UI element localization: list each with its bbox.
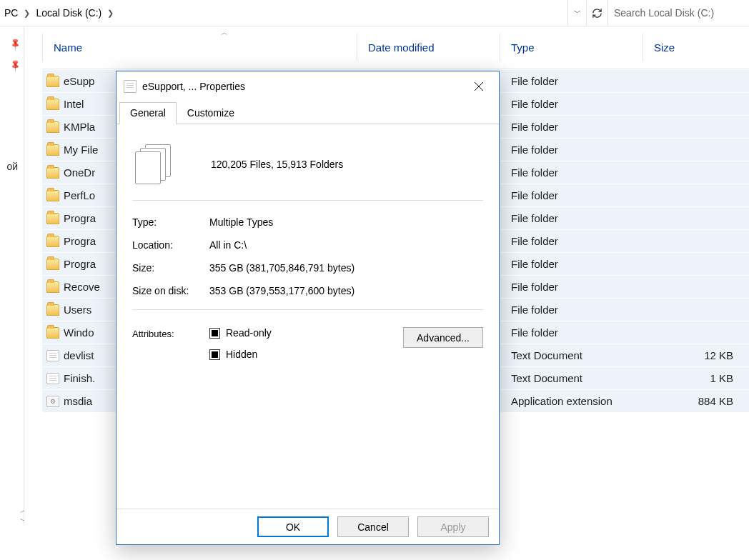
pin-icon: 📌 bbox=[8, 37, 23, 52]
breadcrumb-localdisk[interactable]: Local Disk (C:) bbox=[31, 0, 106, 26]
attributes-label: Attributes: bbox=[132, 327, 209, 339]
column-headers: ︿ Name Date modified Type Size bbox=[42, 26, 749, 69]
folder-icon bbox=[46, 121, 59, 133]
dialog-titlebar[interactable]: eSupport, ... Properties bbox=[116, 71, 499, 101]
chevron-right-icon[interactable]: ❯ bbox=[106, 9, 115, 18]
file-type: Application extension bbox=[500, 395, 643, 407]
file-size: 1 KB bbox=[643, 372, 749, 384]
folder-icon bbox=[46, 99, 59, 110]
type-label: Type: bbox=[132, 216, 209, 228]
breadcrumb[interactable]: PC ❯ Local Disk (C:) ❯ bbox=[0, 0, 567, 26]
file-type: File folder bbox=[500, 98, 643, 110]
sidebar-item-label[interactable]: ой bbox=[6, 161, 18, 172]
file-icon bbox=[46, 350, 59, 361]
refresh-icon bbox=[592, 8, 602, 19]
folder-icon bbox=[46, 327, 59, 339]
summary-count: 120,205 Files, 15,913 Folders bbox=[211, 159, 343, 170]
folder-icon bbox=[46, 259, 59, 270]
file-type: File folder bbox=[500, 121, 643, 133]
file-icon bbox=[46, 373, 59, 384]
file-type: File folder bbox=[500, 189, 643, 201]
folder-icon bbox=[46, 190, 59, 201]
location-label: Location: bbox=[132, 239, 209, 251]
close-icon bbox=[475, 82, 483, 91]
folder-icon bbox=[46, 167, 59, 179]
address-dropdown[interactable]: ﹀ bbox=[567, 0, 586, 26]
size-on-disk-value: 353 GB (379,553,177,600 bytes) bbox=[209, 285, 483, 296]
file-type: File folder bbox=[500, 166, 643, 179]
multi-file-icon bbox=[135, 144, 175, 184]
column-size[interactable]: Size bbox=[643, 26, 749, 69]
folder-icon bbox=[46, 281, 59, 293]
file-type: File folder bbox=[500, 144, 643, 156]
breadcrumb-pc[interactable]: PC bbox=[0, 0, 22, 26]
file-type: File folder bbox=[500, 281, 643, 293]
folder-icon bbox=[46, 76, 59, 87]
folder-icon bbox=[46, 213, 59, 224]
dialog-title: eSupport, ... Properties bbox=[142, 81, 245, 92]
chevron-down-icon: ﹀ bbox=[574, 8, 581, 18]
type-value: Multiple Types bbox=[209, 216, 483, 228]
apply-button[interactable]: Apply bbox=[417, 516, 489, 537]
file-size: 884 KB bbox=[643, 395, 749, 407]
folder-icon bbox=[46, 304, 59, 316]
dialog-buttons: OK Cancel Apply bbox=[116, 509, 499, 544]
file-type: File folder bbox=[500, 212, 643, 224]
ok-button[interactable]: OK bbox=[257, 516, 329, 537]
readonly-checkbox[interactable]: Read-only bbox=[209, 327, 403, 339]
pin-icon: 📌 bbox=[8, 59, 23, 74]
location-value: All in C:\ bbox=[209, 239, 483, 251]
file-type: Text Document bbox=[500, 349, 643, 361]
hidden-checkbox[interactable]: Hidden bbox=[209, 349, 403, 360]
file-type: File folder bbox=[500, 304, 643, 316]
tab-customize[interactable]: Customize bbox=[177, 102, 245, 124]
checkbox-icon bbox=[209, 328, 220, 339]
tab-general[interactable]: General bbox=[119, 102, 177, 124]
properties-dialog: eSupport, ... Properties General Customi… bbox=[116, 71, 500, 545]
cancel-button[interactable]: Cancel bbox=[337, 516, 409, 537]
size-on-disk-label: Size on disk: bbox=[132, 285, 209, 296]
checkbox-icon bbox=[209, 349, 220, 360]
readonly-label: Read-only bbox=[226, 327, 272, 339]
file-size: 12 KB bbox=[643, 349, 749, 361]
file-type: File folder bbox=[500, 235, 643, 247]
sidebar: 📌 📌 ой ︿ ﹀ bbox=[0, 26, 24, 524]
file-type: File folder bbox=[500, 258, 643, 270]
chevron-right-icon[interactable]: ❯ bbox=[22, 9, 31, 18]
file-type: File folder bbox=[500, 326, 643, 339]
file-type: File folder bbox=[500, 75, 643, 87]
refresh-button[interactable] bbox=[586, 0, 607, 26]
advanced-button[interactable]: Advanced... bbox=[403, 327, 483, 348]
address-bar: PC ❯ Local Disk (C:) ❯ ﹀ Search Local Di… bbox=[0, 0, 749, 26]
size-label: Size: bbox=[132, 262, 209, 274]
column-type[interactable]: Type bbox=[500, 26, 643, 69]
dll-icon bbox=[46, 396, 59, 407]
dialog-tabs: General Customize bbox=[116, 101, 499, 124]
folder-icon bbox=[46, 144, 59, 156]
document-icon bbox=[124, 80, 137, 93]
close-button[interactable] bbox=[465, 75, 493, 98]
search-input[interactable]: Search Local Disk (C:) bbox=[607, 0, 749, 26]
dialog-body: 120,205 Files, 15,913 Folders Type: Mult… bbox=[116, 124, 499, 370]
column-date-modified[interactable]: Date modified bbox=[357, 26, 500, 69]
search-placeholder: Search Local Disk (C:) bbox=[614, 7, 714, 19]
hidden-label: Hidden bbox=[226, 349, 257, 360]
folder-icon bbox=[46, 236, 59, 247]
size-value: 355 GB (381,705,846,791 bytes) bbox=[209, 262, 483, 274]
column-name[interactable]: Name bbox=[42, 26, 357, 69]
file-type: Text Document bbox=[500, 372, 643, 384]
